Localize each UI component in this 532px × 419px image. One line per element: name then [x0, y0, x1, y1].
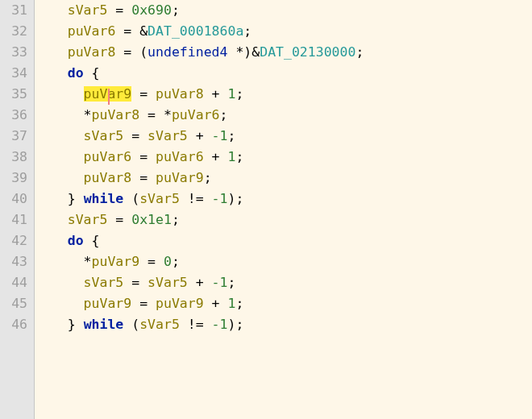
code-token: ; — [243, 23, 251, 39]
line-number: 42 — [3, 230, 27, 251]
code-token — [123, 191, 131, 206]
code-line[interactable]: puVar6 = &DAT_0001860a; — [35, 21, 532, 42]
code-token: = — [123, 23, 131, 39]
code-token: } — [68, 191, 76, 206]
indent — [35, 2, 68, 18]
code-token: puVar8 — [84, 170, 132, 185]
code-token: = — [123, 44, 131, 60]
code-token: -1 — [212, 128, 228, 143]
code-token: DAT_02130000 — [260, 44, 355, 60]
code-line[interactable]: sVar5 = sVar5 + -1; — [35, 126, 532, 147]
code-line[interactable]: } while (sVar5 != -1); — [35, 189, 532, 210]
margin-line — [34, 0, 35, 419]
indent — [35, 233, 68, 248]
line-number: 45 — [3, 293, 27, 314]
code-token — [148, 296, 156, 311]
code-token: 1 — [227, 86, 235, 102]
code-token — [204, 275, 212, 290]
code-token: 0x1e1 — [131, 212, 172, 227]
code-token — [139, 275, 148, 290]
code-token: = — [139, 86, 148, 102]
code-token: ) — [243, 44, 251, 60]
text-cursor — [108, 89, 110, 105]
code-token: undefined4 — [148, 44, 227, 60]
code-token — [131, 44, 139, 60]
code-token — [107, 212, 115, 227]
code-token — [123, 317, 131, 332]
indent — [35, 44, 68, 60]
code-token: -1 — [212, 317, 228, 332]
code-token: ; — [220, 107, 228, 122]
code-token: puVar9 — [92, 254, 140, 269]
code-token: } — [68, 317, 76, 332]
code-token: puVar8 — [156, 86, 204, 102]
code-token: puVar6 — [172, 107, 220, 122]
code-token — [204, 317, 212, 332]
code-token: sVar5 — [68, 2, 108, 18]
indent — [35, 23, 68, 39]
code-token: * — [84, 107, 92, 122]
code-line[interactable]: puVar9 = puVar8 + 1; — [35, 84, 532, 105]
code-token: ; — [235, 191, 243, 206]
code-token: 1 — [227, 149, 235, 164]
code-token: DAT_0001860a — [148, 23, 243, 39]
code-line[interactable]: *puVar9 = 0; — [35, 251, 532, 272]
code-token — [204, 149, 212, 164]
code-token: puVar6 — [68, 23, 116, 39]
code-line[interactable]: puVar9 = puVar9 + 1; — [35, 293, 532, 314]
code-token — [139, 107, 148, 122]
code-token — [76, 317, 84, 332]
code-line[interactable]: } while (sVar5 != -1); — [35, 314, 532, 335]
code-token: sVar5 — [148, 275, 188, 290]
code-token: { — [92, 233, 100, 248]
code-token — [204, 296, 212, 311]
code-token — [139, 254, 148, 269]
code-line[interactable]: sVar5 = 0x690; — [35, 0, 532, 21]
code-token: != — [188, 191, 204, 206]
line-number: 38 — [3, 147, 27, 168]
code-token: = — [115, 212, 123, 227]
code-token: ) — [227, 317, 235, 332]
code-line[interactable]: sVar5 = 0x1e1; — [35, 210, 532, 230]
code-token: sVar5 — [84, 275, 124, 290]
code-token — [204, 86, 212, 102]
code-token: sVar5 — [139, 317, 180, 332]
indent — [35, 65, 68, 81]
code-token: puVar9 — [84, 296, 132, 311]
code-token: do — [68, 233, 84, 248]
code-token: = — [115, 2, 123, 18]
indent — [35, 107, 84, 122]
code-token — [220, 296, 228, 311]
code-token: ; — [235, 296, 243, 311]
code-line[interactable]: *puVar8 = *puVar6; — [35, 105, 532, 126]
code-line[interactable]: puVar6 = puVar6 + 1; — [35, 147, 532, 168]
code-token: + — [196, 275, 204, 290]
code-token — [148, 170, 156, 185]
indent — [35, 254, 84, 269]
indent — [35, 317, 68, 332]
code-token: 0 — [164, 254, 172, 269]
code-line[interactable]: sVar5 = sVar5 + -1; — [35, 272, 532, 293]
line-number: 33 — [3, 42, 27, 63]
code-token — [188, 275, 196, 290]
code-line[interactable]: puVar8 = (undefined4 *)&DAT_02130000; — [35, 42, 532, 63]
indent — [35, 296, 84, 311]
line-number: 34 — [3, 63, 27, 84]
line-number: 44 — [3, 272, 27, 293]
line-number: 36 — [3, 105, 27, 126]
code-line[interactable]: do { — [35, 230, 532, 251]
code-token: ; — [172, 2, 180, 18]
code-token: do — [68, 65, 84, 81]
code-token: & — [251, 44, 260, 60]
code-token: ; — [172, 254, 180, 269]
code-editor-area[interactable]: sVar5 = 0x690; puVar6 = &DAT_0001860a; p… — [34, 0, 532, 419]
code-token — [123, 2, 131, 18]
code-token: puVar8 — [68, 44, 116, 60]
code-token — [148, 86, 156, 102]
code-token: -1 — [212, 275, 228, 290]
code-token: ; — [227, 128, 235, 143]
code-token — [131, 86, 139, 102]
indent — [35, 191, 68, 206]
code-line[interactable]: do { — [35, 63, 532, 84]
code-line[interactable]: puVar8 = puVar9; — [35, 168, 532, 189]
